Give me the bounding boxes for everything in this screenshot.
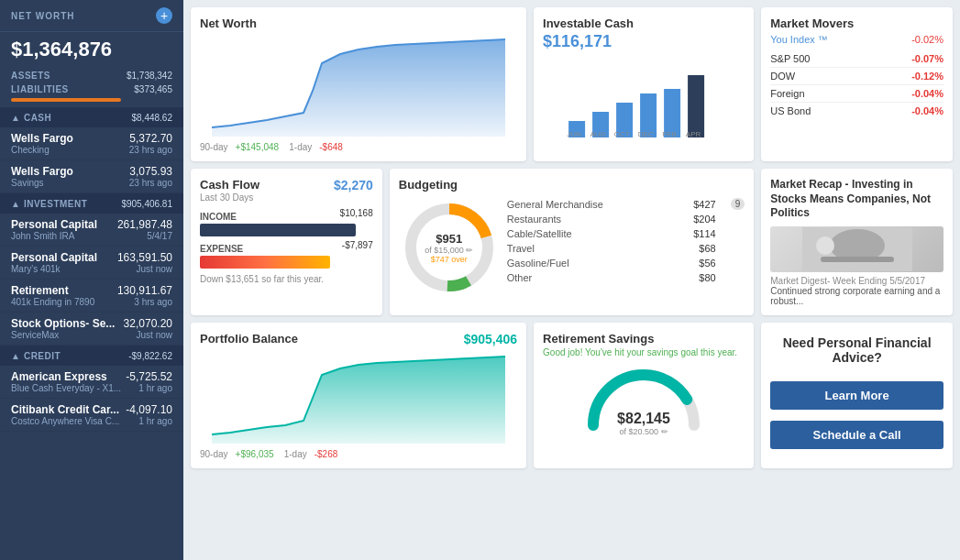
budgeting-title: Budgeting — [399, 178, 745, 192]
main-content: Net Worth $1,364,876 90-day+$14 — [183, 0, 960, 560]
mover-dow: DOW-0.12% — [770, 68, 943, 85]
advice-card: Need Personal Financial Advice? Learn Mo… — [761, 323, 953, 468]
budget-donut-wrap: $951 of $15,000 ✏ $747 over — [399, 197, 500, 298]
mover-sp500: S&P 500-0.07% — [770, 50, 943, 68]
advice-title: Need Personal Financial Advice? — [770, 335, 943, 365]
budget-cat-3: Cable/Satellite$114 — [507, 226, 716, 241]
cards-row-1: Net Worth $1,364,876 90-day+$14 — [191, 7, 953, 161]
you-index-value: -0.02% — [911, 34, 943, 45]
liabilities-value: $373,465 — [134, 84, 172, 94]
svg-text:$82,145: $82,145 — [617, 411, 670, 426]
cash-section-header[interactable]: ▲CASH $8,448.62 — [0, 107, 183, 127]
budget-cat-2: Restaurants$204 — [507, 212, 716, 226]
investment-section-header[interactable]: ▲INVESTMENT $905,406.81 — [0, 193, 183, 214]
svg-text:OCT: OCT — [614, 130, 630, 138]
investment-account-3[interactable]: Retirement401k Ending in 7890 130,911.67… — [0, 280, 183, 313]
cash-value: $8,448.62 — [132, 113, 173, 123]
market-recap-card: Market Recap - Investing in Stocks Means… — [761, 169, 953, 315]
mover-usbond: US Bond-0.04% — [770, 103, 943, 119]
income-label: INCOME — [200, 212, 237, 222]
donut-main: $951 — [425, 232, 473, 246]
cash-label: CASH — [24, 113, 51, 123]
budget-cat-5: Gasoline/Fuel$56 — [507, 256, 716, 270]
retirement-title: Retirement Savings — [543, 332, 745, 346]
retirement-sub: Good job! You've hit your savings goal t… — [543, 347, 745, 357]
liabilities-bar — [11, 98, 121, 102]
income-amount: $10,168 — [340, 208, 373, 224]
portfolio-chart — [200, 352, 517, 444]
market-movers-title: Market Movers — [770, 16, 943, 30]
mover-foreign: Foreign-0.04% — [770, 85, 943, 103]
recap-text: Continued strong corporate earning and a… — [770, 286, 943, 306]
expense-bar — [200, 256, 330, 269]
budgeting-card: Budgeting $951 of $15,000 ✏ $747 over — [390, 169, 755, 315]
svg-text:AUG: AUG — [590, 130, 605, 138]
svg-text:JUN: JUN — [567, 130, 581, 138]
schedule-call-button[interactable]: Schedule a Call — [770, 421, 943, 449]
portfolio-value: $905,406 — [464, 332, 517, 346]
budget-cat-4: Travel$68 — [507, 241, 716, 256]
net-worth-value: $1,364,876 — [11, 38, 172, 61]
credit-section-header[interactable]: ▲CREDIT -$9,822.62 — [0, 346, 183, 366]
liabilities-label: LIABILITIES — [11, 84, 69, 94]
cash-flow-down: Down $13,651 so far this year. — [200, 274, 373, 284]
income-bar — [200, 224, 356, 236]
credit-account-1[interactable]: American ExpressBlue Cash Everyday - X1.… — [0, 366, 183, 399]
net-worth-footer: 90-day+$145,048 1-day-$648 — [200, 142, 517, 152]
investment-account-2[interactable]: Personal CapitalMary's 401k 163,591.50Ju… — [0, 247, 183, 280]
investment-value: $905,406.81 — [121, 199, 172, 209]
cash-account-2[interactable]: Wells FargoSavings 3,075.9323 hrs ago — [0, 160, 183, 193]
svg-point-18 — [816, 236, 834, 255]
investable-cash-chart: JUN AUG OCT DEC FEB APR — [543, 57, 745, 139]
cash-flow-title: Cash Flow — [200, 178, 259, 192]
assets-label: ASSETS — [11, 71, 50, 81]
net-worth-label: NET WORTH — [11, 11, 75, 21]
retirement-savings-card: Retirement Savings Good job! You've hit … — [534, 323, 754, 468]
expense-label: EXPENSE — [200, 244, 243, 254]
net-worth-chart — [200, 36, 517, 137]
cash-flow-card: Cash Flow $2,270 Last 30 Days INCOME $10… — [191, 169, 382, 315]
budget-cat-1: General Merchandise$427 — [507, 197, 716, 212]
credit-account-2[interactable]: Citibank Credit Car...Costco Anywhere Vi… — [0, 399, 183, 432]
investment-account-1[interactable]: Personal CapitalJohn Smith IRA 261,987.4… — [0, 214, 183, 247]
add-button[interactable]: + — [156, 7, 172, 24]
cards-row-2: Cash Flow $2,270 Last 30 Days INCOME $10… — [191, 169, 953, 315]
market-recap-image — [770, 226, 943, 272]
budget-badge-wrap: 9 — [727, 197, 745, 210]
net-worth-card: Net Worth $1,364,876 90-day+$14 — [191, 7, 526, 161]
credit-label: CREDIT — [24, 351, 61, 361]
recap-date: Market Digest- Week Ending 5/5/2017 — [770, 276, 943, 286]
liabilities-row: LIABILITIES $373,465 — [0, 82, 183, 96]
svg-text:FEB: FEB — [662, 130, 677, 138]
svg-text:DEC: DEC — [638, 130, 654, 138]
retirement-gauge: $82,145 of $20,500 ✏ — [543, 361, 745, 434]
sidebar-net-worth: $1,364,876 — [0, 32, 183, 69]
cards-row-3: Portfolio Balance $905,406 90-d — [191, 323, 953, 468]
investable-cash-title: Investable Cash — [543, 16, 745, 30]
cash-flow-value: $2,270 — [334, 178, 373, 192]
donut-sub: of $15,000 ✏ — [425, 246, 473, 255]
expense-amount: -$7,897 — [342, 240, 373, 256]
you-index-label: You Index ™ — [770, 34, 828, 45]
assets-value: $1,738,342 — [127, 71, 172, 81]
portfolio-title: Portfolio Balance — [200, 332, 298, 346]
investable-cash-value: $116,171 — [543, 32, 745, 51]
budget-badge: 9 — [731, 198, 745, 210]
cash-arrow: ▲ — [11, 113, 20, 123]
net-worth-card-title: Net Worth — [200, 16, 257, 30]
cash-account-1[interactable]: Wells FargoChecking 5,372.7023 hrs ago — [0, 127, 183, 160]
credit-value: -$9,822.62 — [128, 351, 172, 361]
portfolio-footer: 90-day+$96,035 1-day-$268 — [200, 449, 517, 459]
budget-categories: General Merchandise$427 Restaurants$204 … — [507, 197, 716, 285]
svg-text:of $20,500 ✏: of $20,500 ✏ — [620, 427, 668, 434]
investment-label: INVESTMENT — [24, 199, 87, 209]
sidebar: NET WORTH + $1,364,876 ASSETS $1,738,342… — [0, 0, 183, 560]
investable-cash-card: Investable Cash $116,171 JUN AUG OCT DEC… — [534, 7, 754, 161]
donut-center: $951 of $15,000 ✏ $747 over — [425, 232, 473, 264]
market-movers-card: Market Movers You Index ™ -0.02% S&P 500… — [761, 7, 953, 161]
svg-rect-5 — [688, 75, 704, 137]
learn-more-button[interactable]: Learn More — [770, 381, 943, 410]
sidebar-header: NET WORTH + — [0, 0, 183, 32]
investment-account-4[interactable]: Stock Options- Se...ServiceMax 32,070.20… — [0, 313, 183, 346]
svg-rect-17 — [821, 257, 894, 262]
